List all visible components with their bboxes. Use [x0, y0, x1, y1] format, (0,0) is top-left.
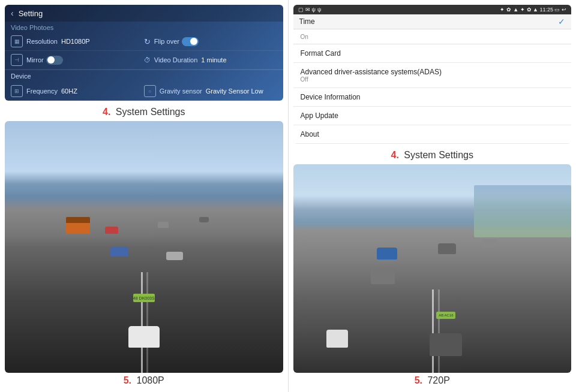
- duration-label: Video Duration: [154, 56, 198, 64]
- mirror-label: Mirror: [26, 56, 44, 64]
- caption-5-left: 5. 1080P: [5, 373, 283, 387]
- sub-caption-text-left: 1080P: [137, 375, 164, 385]
- resolution-value: HD1080P: [61, 38, 90, 45]
- menu-app-update[interactable]: App Update: [293, 107, 572, 125]
- gravity-item: ○ Gravity sensor Gravity Sensor Low: [144, 85, 277, 97]
- signal-icon: ▢: [298, 7, 304, 13]
- mirror-icon: ⊣: [11, 54, 23, 66]
- resolution-item: ▦ Resolution HD1080P: [11, 35, 144, 47]
- statusbar-left-icons: ▢ ✉ ψ ψ: [298, 7, 322, 13]
- bt-icon: ψ: [312, 7, 316, 13]
- settings-title: Setting: [19, 9, 43, 18]
- checkmark-icon: ✓: [558, 17, 565, 26]
- menu-device-info[interactable]: Device Information: [293, 88, 572, 107]
- star-icon: ✿: [506, 7, 511, 13]
- bt2-icon: ✦: [500, 7, 505, 13]
- resolution-icon: ▦: [11, 35, 23, 47]
- time-on-label: On: [293, 29, 572, 44]
- gravity-label: Gravity sensor: [160, 88, 202, 95]
- time-display: ✦ ✿ ▲ 11:25 ▭ ↩: [520, 7, 566, 13]
- mirror-toggle[interactable]: [46, 56, 63, 65]
- road-image-left: 48 DK003S: [5, 121, 283, 373]
- mirror-item: ⊣ Mirror: [11, 54, 144, 66]
- duration-item: ⏱ Video Duration 1 minute: [144, 56, 277, 64]
- caption-4-right: 4. System Settings: [293, 147, 572, 164]
- menu-about[interactable]: About: [293, 125, 572, 144]
- caption-5-right: 5. 720P: [293, 373, 572, 387]
- right-column: ▢ ✉ ψ ψ ✦ ✿ ▲ ✦ ✿ ▲ 11:25 ▭ ↩ Time: [289, 0, 577, 392]
- topbar-right: ✓: [558, 17, 565, 26]
- statusbar-right-icons: ✦ ✿ ▲ ✦ ✿ ▲ 11:25 ▭ ↩: [500, 7, 566, 13]
- sub-caption-num-right: 5.: [415, 375, 422, 385]
- android-statusbar: ▢ ✉ ψ ψ ✦ ✿ ▲ ✦ ✿ ▲ 11:25 ▭ ↩: [293, 5, 572, 14]
- android-topbar: Time ✓: [293, 14, 572, 29]
- settings-panel-left: ‹ Setting Video Photoes ▦ Resolution HD1…: [5, 5, 283, 101]
- sub-caption-text-right: 720P: [427, 375, 449, 385]
- gravity-icon: ○: [144, 85, 156, 97]
- section-device: Device: [5, 70, 283, 82]
- frequency-item: ⊞ Frequency 60HZ: [11, 85, 144, 97]
- menu-format-card[interactable]: Format Card: [293, 44, 572, 63]
- time-label: Time: [299, 17, 315, 26]
- frequency-label: Frequency: [26, 88, 58, 95]
- wifi-icon: ✉: [305, 7, 310, 13]
- caption-4-left: 4. System Settings: [5, 104, 283, 121]
- gravity-value: Gravity Sensor Low: [206, 88, 263, 95]
- clock-icon: ⏱: [144, 56, 151, 64]
- menu-adas[interactable]: Advanced driver-assistance systems(ADAS)…: [293, 63, 572, 88]
- settings-header: ‹ Setting: [5, 5, 283, 22]
- resolution-row: ▦ Resolution HD1080P ↻ Flip over: [5, 32, 283, 51]
- road-scene-right: AB AC16: [293, 164, 572, 373]
- flip-icon: ↻: [144, 37, 151, 46]
- caption-text-4-left: System Settings: [116, 107, 185, 117]
- resolution-label: Resolution: [26, 38, 58, 45]
- road-scene-left: 48 DK003S: [5, 121, 283, 373]
- caption-num-4-right: 4.: [391, 150, 399, 160]
- up-icon: ▲: [513, 7, 518, 13]
- frequency-row: ⊞ Frequency 60HZ ○ Gravity sensor Gravit…: [5, 82, 283, 101]
- caption-text-4-right: System Settings: [404, 150, 473, 160]
- flip-item: ↻ Flip over: [144, 37, 277, 46]
- flip-toggle[interactable]: [182, 37, 199, 46]
- duration-value: 1 minute: [201, 56, 226, 64]
- topbar-left: Time: [299, 17, 315, 26]
- data-icon: ψ: [317, 7, 321, 13]
- caption-num-4-left: 4.: [103, 107, 110, 117]
- android-panel: ▢ ✉ ψ ψ ✦ ✿ ▲ ✦ ✿ ▲ 11:25 ▭ ↩ Time: [293, 5, 572, 144]
- frequency-value: 60HZ: [61, 88, 77, 95]
- road-image-right: AB AC16: [293, 164, 572, 373]
- back-arrow-icon[interactable]: ‹: [11, 8, 14, 18]
- sub-caption-num-left: 5.: [124, 375, 131, 385]
- frequency-icon: ⊞: [11, 85, 23, 97]
- flip-label: Flip over: [154, 38, 179, 45]
- mirror-row: ⊣ Mirror ⏱ Video Duration 1 minute: [5, 51, 283, 70]
- left-column: ‹ Setting Video Photoes ▦ Resolution HD1…: [0, 0, 289, 392]
- section-video: Video Photoes: [5, 22, 283, 32]
